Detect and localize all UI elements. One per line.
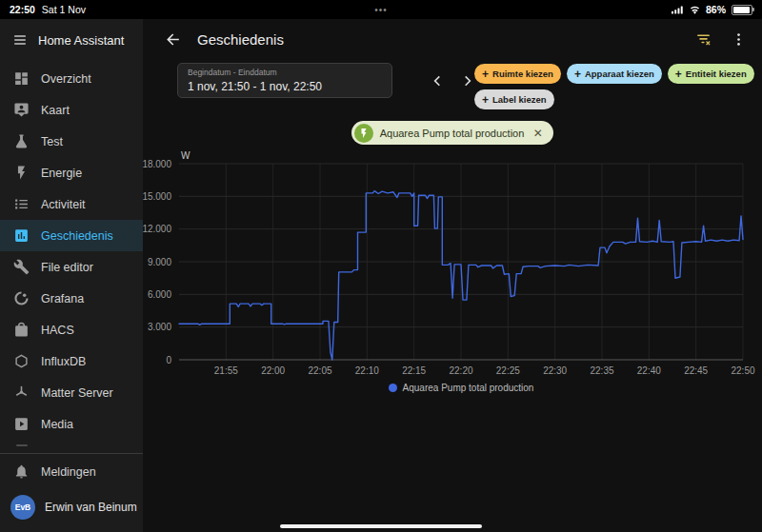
svg-text:12.000: 12.000 [142, 224, 171, 234]
list-icon [13, 196, 30, 212]
sidebar-item-activiteit[interactable]: Activiteit [0, 188, 143, 220]
sidebar: Home Assistant Overzicht Kaart Test Ener… [0, 19, 143, 532]
page-header: Geschiedenis [143, 19, 762, 59]
avatar: EvB [10, 495, 35, 520]
sidebar-item-label: Test [41, 135, 63, 148]
status-left: 22:50 Sat 1 Nov [10, 4, 86, 15]
kebab-menu-icon [731, 31, 747, 48]
flash-icon [358, 128, 370, 139]
sidebar-item-label: Grafana [41, 292, 84, 305]
sidebar-item-grafana[interactable]: Grafana [0, 283, 143, 314]
plus-icon: + [482, 69, 489, 80]
svg-text:6.000: 6.000 [148, 289, 171, 300]
chevron-left-icon [430, 72, 447, 89]
back-button[interactable] [164, 30, 182, 49]
matter-icon [13, 384, 30, 401]
lightning-icon [13, 165, 30, 181]
svg-text:22:50: 22:50 [731, 365, 754, 376]
previous-period-button[interactable] [427, 69, 450, 92]
sidebar-item-label: Media [41, 418, 73, 431]
date-range-label: Begindatum - Einddatum [188, 68, 382, 77]
sidebar-item-matter-server[interactable]: Matter Server [0, 377, 143, 408]
sidebar-item-label: Meldingen [41, 465, 96, 479]
sidebar-item-meldingen[interactable]: Meldingen [0, 456, 143, 487]
sidebar-item-hacs[interactable]: HACS [0, 314, 143, 345]
overflow-menu-button[interactable] [731, 31, 747, 48]
svg-text:22:45: 22:45 [684, 365, 708, 376]
map-icon [13, 102, 30, 118]
influxdb-icon [13, 353, 30, 369]
legend-dot [389, 384, 397, 392]
menu-icon[interactable] [12, 32, 28, 48]
choose-label-button[interactable]: + Label kiezen [474, 89, 554, 109]
app-title: Home Assistant [38, 33, 124, 48]
chart-canvas[interactable]: 21:5522:0022:0522:1022:1522:2022:2522:30… [124, 148, 756, 383]
sidebar-item-label: Overzicht [41, 72, 91, 86]
status-time: 22:50 [10, 4, 35, 15]
plus-icon: + [482, 94, 489, 106]
sidebar-item-label: HACS [41, 324, 74, 337]
svg-text:22:30: 22:30 [543, 365, 567, 376]
chip-close-icon[interactable]: ✕ [531, 126, 545, 140]
page-title: Geschiedenis [197, 31, 680, 48]
cellular-icon [672, 6, 684, 14]
plus-icon: + [574, 69, 581, 80]
battery-percent: 86% [706, 4, 726, 15]
choose-device-label: Apparaat kiezen [585, 69, 654, 79]
svg-text:15.000: 15.000 [142, 191, 171, 202]
dashboard-icon [13, 70, 30, 87]
selected-entities-row: Aquarea Pump total production ✕ [143, 121, 762, 145]
history-chart-icon [13, 227, 30, 244]
svg-text:22:20: 22:20 [449, 365, 472, 376]
svg-text:3.000: 3.000 [148, 322, 171, 332]
sidebar-item-geschiedenis[interactable]: Geschiedenis [0, 220, 143, 251]
svg-text:22:05: 22:05 [308, 365, 331, 376]
svg-text:22:00: 22:00 [261, 365, 285, 376]
battery-icon [732, 5, 752, 15]
sidebar-item-overzicht[interactable]: Overzicht [0, 63, 143, 94]
svg-text:22:15: 22:15 [402, 365, 426, 376]
plus-icon: + [675, 69, 682, 80]
entity-chip[interactable]: Aquarea Pump total production ✕ [351, 121, 554, 145]
chart-legend[interactable]: Aquarea Pump total production [179, 383, 743, 393]
wrench-icon [13, 259, 30, 275]
multitask-dots: ••• [374, 5, 388, 15]
grafana-icon [13, 290, 30, 306]
sidebar-item-label: Matter Server [41, 386, 113, 400]
sidebar-item-influxdb[interactable]: InfluxDB [0, 345, 143, 377]
wifi-icon [689, 5, 701, 15]
history-chart[interactable]: 21:5522:0022:0522:1022:1522:2022:2522:30… [124, 148, 756, 402]
home-indicator[interactable] [280, 524, 482, 528]
sidebar-item-media[interactable]: Media [0, 408, 143, 440]
sidebar-scroll-dash [16, 444, 28, 446]
choose-device-button[interactable]: + Apparaat kiezen [567, 64, 662, 84]
bell-icon [13, 463, 30, 480]
sidebar-nav: Overzicht Kaart Test Energie Activiteit … [0, 61, 143, 453]
sidebar-item-file-editor[interactable]: File editor [0, 251, 143, 283]
sidebar-item-energie[interactable]: Energie [0, 157, 143, 188]
entity-chip-avatar [354, 124, 373, 143]
sidebar-divider [0, 453, 143, 454]
arrow-left-icon [164, 30, 182, 49]
chevron-right-icon [458, 72, 475, 89]
svg-text:22:10: 22:10 [355, 365, 379, 376]
filter-remove-icon [695, 31, 712, 48]
user-profile[interactable]: EvB Erwin van Beinum [0, 487, 143, 527]
svg-text:9.000: 9.000 [148, 257, 171, 267]
sidebar-item-label: Geschiedenis [41, 229, 113, 243]
target-pickers: + Ruimte kiezen + Apparaat kiezen + Enti… [474, 64, 758, 109]
flask-icon [13, 133, 30, 149]
sidebar-item-test[interactable]: Test [0, 126, 143, 157]
sidebar-item-label: Activiteit [41, 198, 86, 211]
choose-entity-button[interactable]: + Entiteit kiezen [668, 64, 754, 84]
filter-remove-button[interactable] [695, 31, 712, 48]
sidebar-item-kaart[interactable]: Kaart [0, 94, 143, 126]
entity-chip-label: Aquarea Pump total production [380, 128, 525, 139]
choose-label-label: Label kiezen [492, 94, 547, 105]
sidebar-item-label: Kaart [41, 104, 70, 117]
choose-area-button[interactable]: + Ruimte kiezen [474, 64, 561, 84]
date-range-picker[interactable]: Begindatum - Einddatum 1 nov, 21:50 - 1 … [177, 63, 392, 98]
choose-entity-label: Entiteit kiezen [686, 69, 747, 79]
date-range-value: 1 nov, 21:50 - 1 nov, 22:50 [188, 80, 382, 93]
status-date: Sat 1 Nov [42, 4, 86, 15]
